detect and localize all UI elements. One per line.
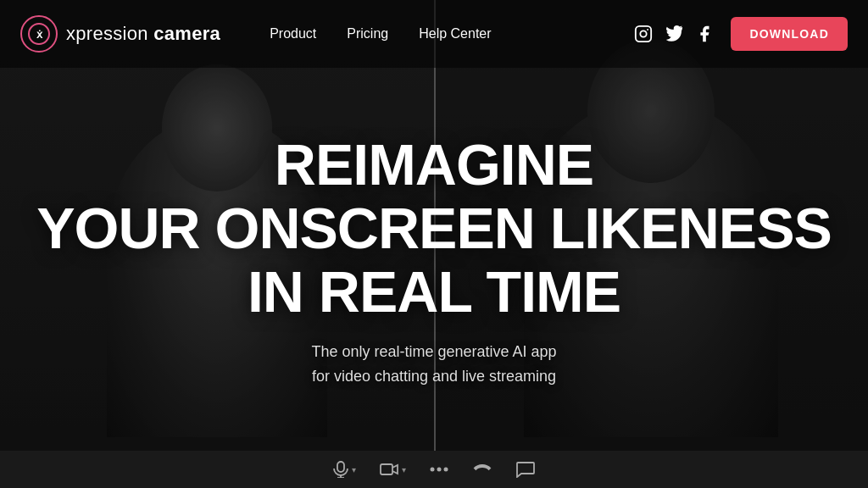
- logo-svg: ẋ: [27, 22, 51, 46]
- hero-heading: REIMAGINE YOUR ONSCREEN LIKENESS IN REAL…: [36, 133, 832, 323]
- instagram-icon[interactable]: [634, 25, 653, 43]
- camera-chevron: ▾: [402, 465, 406, 474]
- toolbar-chat[interactable]: [516, 461, 535, 478]
- svg-point-10: [437, 468, 442, 472]
- hero-subtext: The only real-time generative AI app for…: [311, 340, 556, 389]
- nav-links: Product Pricing Help Center: [254, 26, 627, 42]
- svg-point-9: [431, 468, 435, 472]
- svg-rect-5: [337, 462, 344, 472]
- svg-rect-2: [636, 26, 651, 42]
- bottom-toolbar: ▾ ▾: [0, 451, 868, 488]
- svg-point-4: [648, 29, 649, 30]
- hero-content: REIMAGINE YOUR ONSCREEN LIKENESS IN REAL…: [0, 0, 868, 488]
- svg-text:ẋ: ẋ: [36, 29, 43, 41]
- download-button[interactable]: DOWNLOAD: [731, 17, 848, 51]
- logo-icon: ẋ: [20, 15, 58, 53]
- mic-chevron: ▾: [352, 465, 356, 474]
- svg-rect-8: [381, 464, 392, 474]
- twitter-icon[interactable]: [665, 25, 683, 43]
- logo-text: xpression camera: [66, 23, 220, 45]
- facebook-icon[interactable]: [695, 25, 714, 43]
- toolbar-camera[interactable]: ▾: [380, 462, 406, 477]
- svg-point-11: [444, 468, 448, 472]
- toolbar-end-call[interactable]: [472, 462, 492, 477]
- svg-point-3: [641, 30, 647, 36]
- nav-link-pricing[interactable]: Pricing: [331, 26, 403, 42]
- nav-link-product[interactable]: Product: [254, 26, 331, 42]
- toolbar-mic[interactable]: ▾: [333, 461, 356, 478]
- toolbar-more[interactable]: [430, 466, 448, 473]
- logo-area[interactable]: ẋ xpression camera: [20, 15, 220, 53]
- navbar: ẋ xpression camera Product Pricing Help …: [0, 0, 868, 68]
- nav-link-help-center[interactable]: Help Center: [403, 26, 506, 42]
- nav-social-icons: [634, 25, 714, 43]
